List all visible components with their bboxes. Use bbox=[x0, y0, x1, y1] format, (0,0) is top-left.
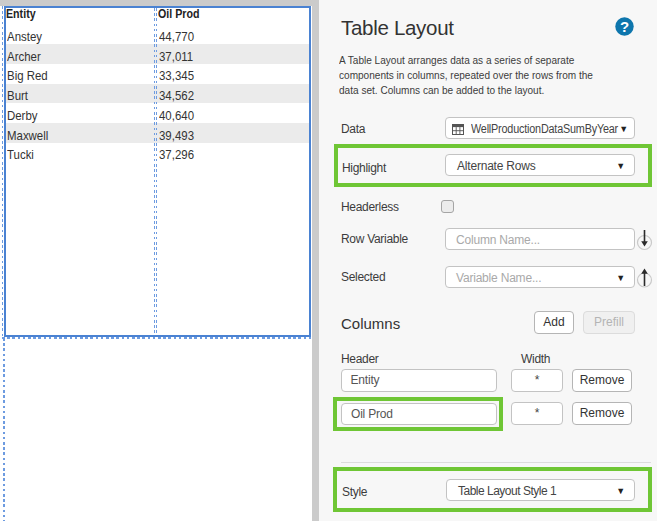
svg-text:?: ? bbox=[620, 18, 629, 35]
